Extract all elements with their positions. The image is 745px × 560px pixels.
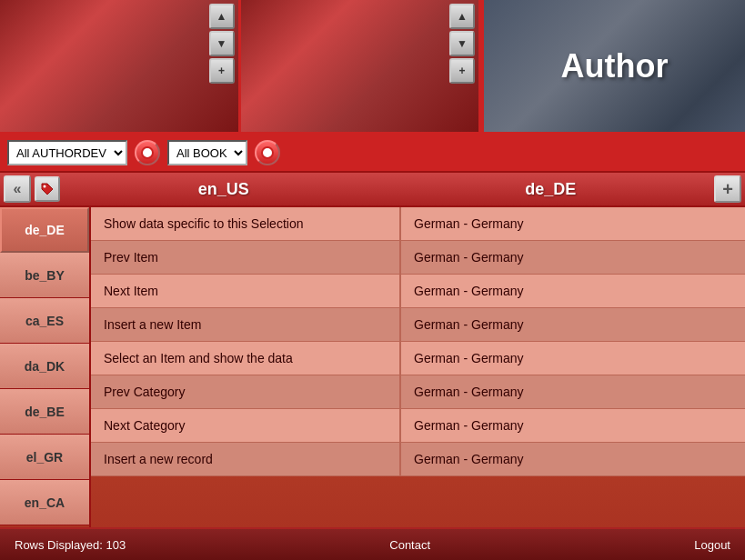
table-row[interactable]: Next ItemGerman - Germany — [91, 275, 745, 308]
table-row[interactable]: Next CategoryGerman - Germany — [91, 409, 745, 443]
table-key-cell: Show data specific to this Selection — [91, 207, 400, 241]
table-row[interactable]: Insert a new recordGerman - Germany — [91, 443, 745, 476]
book-filter-reset-button[interactable] — [255, 140, 280, 165]
sidebar-item-ca-es[interactable]: ca_ES — [0, 298, 89, 344]
table-value-cell: German - Germany — [400, 342, 745, 375]
sidebar-item-de-de[interactable]: de_DE — [0, 207, 89, 253]
locale-add-button[interactable]: + — [714, 175, 741, 203]
table-key-cell: Insert a new Item — [91, 308, 400, 342]
panel1-up-button[interactable]: ▲ — [209, 4, 235, 29]
panel2-add-button[interactable]: + — [449, 58, 475, 84]
source-locale-label: en_US — [60, 180, 388, 199]
table-key-cell: Next Item — [91, 275, 400, 308]
target-locale-label: de_DE — [388, 180, 715, 199]
table-value-cell: German - Germany — [400, 241, 745, 275]
table-row[interactable]: Prev ItemGerman - Germany — [91, 241, 745, 275]
table-row[interactable]: Show data specific to this SelectionGerm… — [91, 207, 745, 241]
rows-displayed-label: Rows Displayed: 103 — [15, 538, 126, 552]
sidebar-item-de-be[interactable]: de_BE — [0, 389, 89, 435]
table-value-cell: German - Germany — [400, 207, 745, 241]
panel1-add-button[interactable]: + — [209, 58, 235, 84]
sidebar-item-be-by[interactable]: be_BY — [0, 253, 89, 298]
image-panel-2: ▲ ▼ + — [241, 0, 482, 132]
author-filter-select[interactable]: All AUTHORDEVAUTHORDEV 1AUTHORDEV 2 — [7, 140, 127, 165]
panel2-up-button[interactable]: ▲ — [449, 4, 475, 29]
footer: Rows Displayed: 103 Contact Logout — [0, 527, 745, 560]
book-filter-select[interactable]: All BOOKBOOK 1BOOK 2 — [167, 140, 247, 165]
locale-tag-button[interactable] — [35, 176, 60, 202]
data-table-wrap: Show data specific to this SelectionGerm… — [91, 207, 745, 527]
table-key-cell: Prev Category — [91, 375, 400, 409]
table-key-cell: Next Category — [91, 409, 400, 443]
table-row[interactable]: Prev CategoryGerman - Germany — [91, 375, 745, 409]
table-value-cell: German - Germany — [400, 443, 745, 476]
locale-back-button[interactable]: « — [4, 175, 31, 203]
table-key-cell: Prev Item — [91, 241, 400, 275]
table-key-cell: Insert a new record — [91, 443, 400, 476]
locale-sidebar: de_DEbe_BYca_ESda_DKde_BEel_GRen_CA — [0, 207, 91, 527]
table-row[interactable]: Insert a new ItemGerman - Germany — [91, 308, 745, 342]
table-key-cell: Select an Item and show the data — [91, 342, 400, 375]
table-row[interactable]: Select an Item and show the dataGerman -… — [91, 342, 745, 375]
table-value-cell: German - Germany — [400, 308, 745, 342]
tag-icon — [40, 182, 55, 196]
top-area: ▲ ▼ + ▲ ▼ + Author — [0, 0, 745, 135]
svg-point-0 — [44, 185, 46, 188]
contact-label: Contact — [389, 538, 430, 552]
sidebar-item-da-dk[interactable]: da_DK — [0, 344, 89, 389]
data-table: Show data specific to this SelectionGerm… — [91, 207, 745, 476]
table-value-cell: German - Germany — [400, 275, 745, 308]
filter-bar: All AUTHORDEVAUTHORDEV 1AUTHORDEV 2 All … — [0, 135, 745, 173]
panel1-down-button[interactable]: ▼ — [209, 31, 235, 56]
author-title: Author — [561, 47, 669, 85]
image-panel-1: ▲ ▼ + — [0, 0, 241, 132]
author-panel: Author — [481, 0, 745, 132]
main-content: de_DEbe_BYca_ESda_DKde_BEel_GRen_CA Show… — [0, 207, 745, 527]
table-value-cell: German - Germany — [400, 375, 745, 409]
sidebar-item-en-ca[interactable]: en_CA — [0, 480, 89, 525]
table-value-cell: German - Germany — [400, 409, 745, 443]
logout-label[interactable]: Logout — [694, 538, 730, 552]
sidebar-item-el-gr[interactable]: el_GR — [0, 435, 89, 480]
author-filter-reset-button[interactable] — [135, 140, 160, 165]
panel2-down-button[interactable]: ▼ — [449, 31, 475, 56]
locale-bar: « en_US de_DE + — [0, 173, 745, 207]
